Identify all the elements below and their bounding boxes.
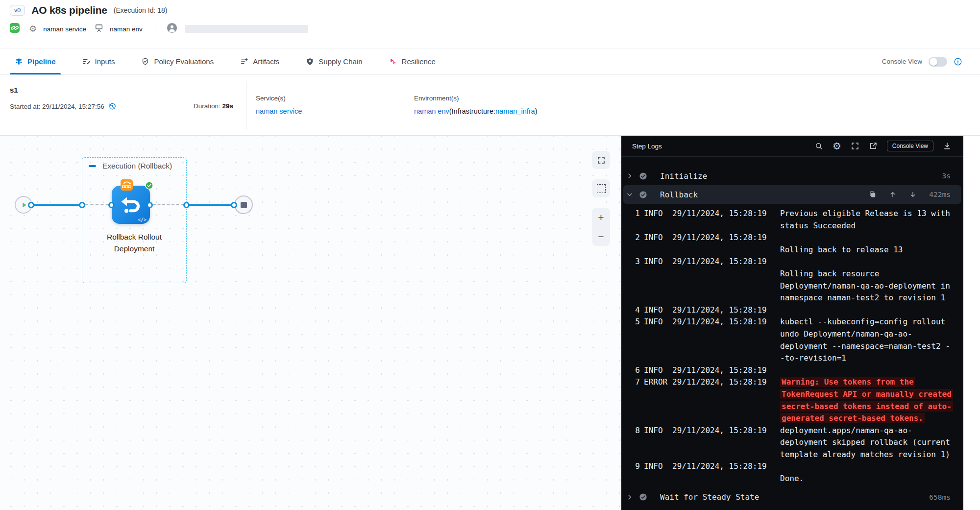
log-line-number: 2: [633, 232, 640, 244]
zoom-out-button[interactable]: −: [598, 231, 604, 242]
console-view-toggle[interactable]: [929, 57, 947, 67]
environment-name[interactable]: naman env: [110, 25, 143, 33]
scroll-down-icon[interactable]: [909, 191, 917, 198]
step-node-label-line2: Deployment: [82, 243, 187, 255]
log-message-line: Rolling back resource: [780, 268, 963, 280]
settings-gear-icon[interactable]: ⚙︎: [833, 141, 841, 151]
log-timestamp: 29/11/2024, 15:28:19: [672, 232, 770, 244]
log-line-number: 9: [633, 461, 640, 473]
inputs-icon: [82, 57, 91, 66]
divider: [246, 81, 246, 130]
tab-supply-chain[interactable]: Supply Chain: [306, 49, 362, 74]
tab-inputs[interactable]: Inputs: [82, 49, 115, 74]
log-text: deployment.apps/naman-qa-ao-: [780, 426, 912, 435]
environment-link[interactable]: naman env(Infrastructure:naman_infra): [414, 107, 537, 115]
execution-group-header[interactable]: Execution (Rollback): [89, 162, 172, 170]
info-icon[interactable]: [954, 57, 962, 66]
log-message-line: status Succeeded: [780, 220, 963, 232]
log-error-text: secret-based tokens instead of auto-: [780, 401, 953, 412]
log-line-number: 3: [633, 256, 640, 268]
log-step-initialize[interactable]: Initialize3s: [621, 167, 963, 185]
log-message-line: -to-revision=1: [780, 352, 963, 364]
step-name: Wait for Steady State: [660, 492, 759, 502]
log-timestamp: 29/11/2024, 15:28:19: [672, 376, 770, 389]
log-text: kubectl --kubeconfig=config rollout: [780, 317, 945, 326]
connector-dot: [147, 202, 153, 208]
log-entry-meta: 6INFO29/11/2024, 15:28:19: [633, 364, 770, 377]
service-link[interactable]: naman service: [256, 107, 302, 115]
service-name[interactable]: naman service: [43, 25, 86, 33]
execution-group-title: Execution (Rollback): [102, 162, 172, 170]
open-in-new-icon[interactable]: [869, 142, 878, 150]
log-entry-meta: 9INFO29/11/2024, 15:28:19: [633, 461, 770, 473]
log-step-rollback[interactable]: Rollback422ms: [623, 185, 961, 204]
log-message: Done.: [770, 461, 963, 485]
log-line-number: 5: [633, 316, 640, 328]
step-name: Rollback: [660, 190, 698, 199]
connector-dot: [231, 202, 237, 208]
log-level: INFO: [644, 461, 672, 473]
stage-duration: Duration: 29s: [194, 102, 233, 110]
step-node-label: Rollback Rollout Deployment: [82, 231, 187, 255]
step-name: Initialize: [660, 171, 707, 181]
log-entry: 9INFO29/11/2024, 15:28:19 Done.: [633, 461, 963, 485]
scroll-up-icon[interactable]: [889, 191, 897, 198]
infra-link[interactable]: naman_infra: [495, 107, 535, 115]
console-view-button[interactable]: Console View: [887, 141, 933, 151]
canvas-fullscreen-button[interactable]: [592, 151, 610, 169]
resilience-icon: [389, 57, 397, 66]
log-message-line: Done.: [780, 473, 963, 485]
log-step-wait-for-steady-state[interactable]: Wait for Steady State658ms: [621, 488, 963, 507]
log-timestamp: 29/11/2024, 15:28:19: [672, 304, 770, 316]
tab-label: Resilience: [402, 57, 436, 66]
collapse-icon[interactable]: [89, 165, 96, 167]
download-icon[interactable]: [943, 142, 952, 150]
history-icon[interactable]: [108, 102, 117, 111]
log-message-line: [780, 232, 963, 244]
fullscreen-icon[interactable]: [851, 142, 859, 150]
canvas-select-button[interactable]: [592, 179, 610, 197]
log-entry-meta: 8INFO29/11/2024, 15:28:19: [633, 425, 770, 437]
tab-label: Inputs: [95, 57, 115, 66]
tab-resilience[interactable]: Resilience: [389, 49, 436, 74]
tab-label: Pipeline: [27, 57, 56, 66]
log-message: Previous eligible Release is 13 withstat…: [770, 208, 963, 232]
stage-info-bar: s1 Started at: 29/11/2024, 15:27:56 Dura…: [0, 75, 980, 136]
redacted-user-info: [185, 25, 308, 33]
rollback-step-node[interactable]: </>: [112, 186, 150, 224]
environment-link-text[interactable]: naman env: [414, 107, 449, 115]
log-message-line: undo Deployment/naman-qa-ao-: [780, 328, 963, 340]
log-text: template already matches revision 1): [780, 450, 950, 459]
log-level: INFO: [644, 256, 672, 268]
log-body: 1INFO29/11/2024, 15:28:19Previous eligib…: [621, 204, 963, 488]
pipeline-canvas[interactable]: Execution (Rollback) </> Rollback Rollou…: [0, 136, 621, 510]
gear-icon[interactable]: ⚙︎: [29, 24, 37, 33]
tab-artifacts[interactable]: Artifacts: [240, 49, 279, 74]
chevron-right-icon[interactable]: [626, 494, 638, 501]
log-line-number: 6: [633, 364, 640, 377]
log-entry: 6INFO29/11/2024, 15:28:19: [633, 364, 963, 377]
copy-logs-icon[interactable]: [869, 191, 877, 198]
tab-policy-evaluations[interactable]: Policy Evaluations: [141, 49, 214, 74]
log-message: deployment.apps/naman-qa-ao-deployment s…: [770, 425, 963, 461]
duration-value: 29s: [222, 102, 234, 110]
log-entry-meta: 7ERROR29/11/2024, 15:28:19: [633, 376, 770, 389]
log-entry: 8INFO29/11/2024, 15:28:19deployment.apps…: [633, 425, 963, 461]
tab-pipeline[interactable]: Pipeline: [15, 49, 56, 74]
log-message-line: kubectl --kubeconfig=config rollout: [780, 316, 963, 328]
log-text: Rolling back to release 13: [780, 245, 903, 254]
canvas-zoom-controls: + −: [592, 208, 610, 246]
log-timestamp: 29/11/2024, 15:28:19: [672, 256, 770, 268]
code-glyph: </>: [138, 217, 147, 222]
search-icon[interactable]: [814, 142, 823, 150]
chevron-down-icon[interactable]: [626, 191, 638, 198]
step-success-icon: [639, 172, 647, 180]
step-toolbar: [869, 191, 917, 198]
zoom-in-button[interactable]: +: [598, 212, 604, 222]
log-entry: 5INFO29/11/2024, 15:28:19kubectl --kubec…: [633, 316, 963, 364]
log-entry: 2INFO29/11/2024, 15:28:19 Rolling back t…: [633, 232, 963, 256]
log-level: INFO: [644, 208, 672, 220]
connector-dot: [79, 202, 85, 208]
chevron-right-icon[interactable]: [626, 172, 638, 179]
log-message-line: Rolling back to release 13: [780, 244, 963, 256]
